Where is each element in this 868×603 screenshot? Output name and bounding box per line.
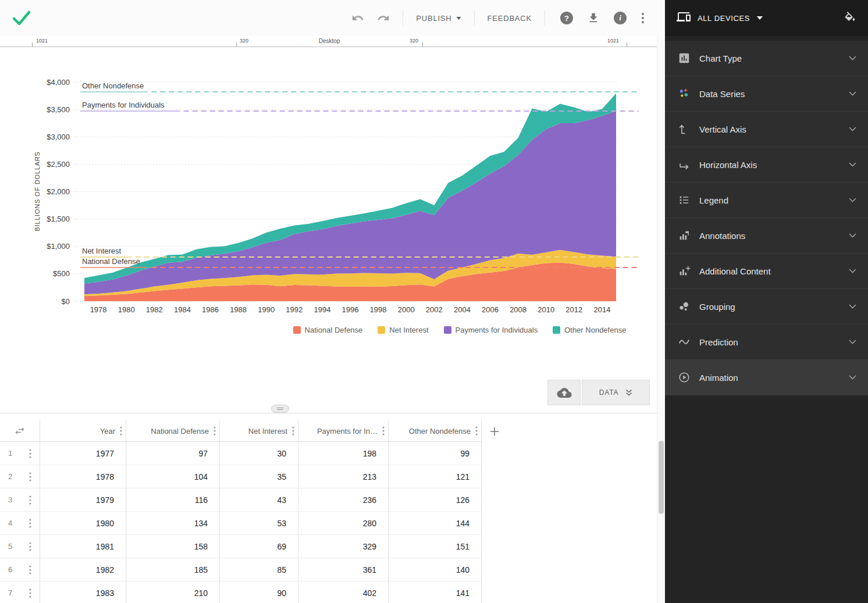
table-cell[interactable]: 402 (298, 581, 389, 603)
table-cell[interactable]: 158 (126, 535, 220, 558)
table-cell[interactable]: 185 (126, 558, 220, 581)
expand-section-button[interactable] (849, 269, 856, 273)
table-cell[interactable]: 121 (389, 465, 482, 488)
scrollbar-thumb[interactable] (659, 441, 664, 514)
table-cell[interactable]: 1981 (40, 535, 126, 558)
sidebar-item-horizontal-axis[interactable]: Horizontal Axis (665, 147, 868, 183)
download-icon[interactable] (587, 12, 600, 24)
device-selector[interactable]: ALL DEVICES (677, 12, 763, 24)
expand-section-button[interactable] (849, 91, 856, 96)
table-cell[interactable]: 1982 (40, 558, 126, 581)
sidebar-item-grouping[interactable]: Grouping (665, 289, 868, 324)
table-cell[interactable]: 134 (126, 512, 220, 535)
redo-icon[interactable] (377, 12, 390, 24)
upload-data-button[interactable] (547, 380, 581, 405)
more-options-icon[interactable] (642, 13, 644, 23)
expand-section-button[interactable] (849, 340, 856, 344)
legend-item-national-defense[interactable]: National Defense (293, 326, 363, 334)
add-column-button[interactable] (482, 420, 507, 442)
row-menu-button[interactable] (20, 512, 40, 535)
row-menu-button[interactable] (20, 465, 40, 488)
help-icon[interactable]: ? (560, 12, 573, 24)
info-icon[interactable]: i (614, 12, 627, 24)
table-cell[interactable]: 30 (220, 442, 298, 465)
column-menu-icon[interactable] (214, 426, 216, 436)
theme-fill-button[interactable] (844, 12, 856, 24)
table-cell[interactable]: 104 (126, 465, 220, 488)
table-cell[interactable]: 329 (298, 535, 389, 558)
column-header-national-defense[interactable]: National Defense (126, 420, 220, 442)
sidebar-item-chart-type[interactable]: Chart Type (665, 41, 868, 76)
panel-resize-handle[interactable] (271, 405, 289, 413)
table-cell[interactable]: 361 (298, 558, 389, 581)
column-menu-icon[interactable] (120, 426, 122, 436)
column-header-net-interest[interactable]: Net Interest (220, 420, 298, 442)
column-header-other-nondefense[interactable]: Other Nondefense (389, 420, 482, 442)
row-menu-button[interactable] (20, 581, 40, 603)
table-cell[interactable]: 198 (298, 442, 389, 465)
data-panel-toggle-button[interactable]: DATA (582, 380, 650, 405)
table-cell[interactable]: 1980 (40, 512, 126, 535)
table-cell[interactable]: 1978 (40, 465, 126, 488)
sidebar-item-additional-content[interactable]: Additional Content (665, 254, 868, 289)
expand-section-button[interactable] (849, 233, 856, 238)
table-cell[interactable]: 69 (220, 535, 298, 558)
column-menu-icon[interactable] (382, 426, 385, 436)
expand-section-button[interactable] (849, 56, 856, 60)
sidebar-item-data-series[interactable]: Data Series (665, 76, 868, 112)
column-menu-icon[interactable] (475, 426, 478, 436)
table-cell[interactable]: 85 (220, 558, 298, 581)
sidebar-item-prediction[interactable]: Prediction (665, 324, 868, 360)
column-header-year[interactable]: Year (40, 420, 126, 442)
table-cell[interactable]: 140 (389, 558, 482, 581)
sidebar-item-legend[interactable]: Legend (665, 183, 868, 218)
sidebar-item-animation[interactable]: Animation (665, 360, 868, 395)
table-cell[interactable]: 99 (389, 442, 482, 465)
feedback-button[interactable]: FEEDBACK (488, 14, 532, 23)
expand-section-button[interactable] (849, 162, 856, 167)
ruler-tick (627, 42, 627, 47)
table-cell[interactable]: 236 (298, 488, 389, 512)
vertical-axis-icon (677, 122, 691, 136)
table-cell[interactable]: 116 (126, 488, 220, 512)
expand-section-button[interactable] (849, 127, 856, 131)
column-header-payments[interactable]: Payments for In… (298, 420, 389, 442)
row-menu-button[interactable] (20, 442, 40, 465)
table-cell[interactable]: 141 (389, 581, 482, 603)
table-cell[interactable]: 213 (298, 465, 389, 488)
sidebar-item-annotations[interactable]: Annotations (665, 218, 868, 254)
table-cell[interactable]: 210 (126, 581, 220, 603)
table-cell[interactable]: 53 (220, 512, 298, 535)
device-selector-label: ALL DEVICES (698, 14, 750, 23)
row-menu-button[interactable] (20, 488, 40, 512)
expand-section-button[interactable] (849, 304, 856, 309)
table-cell[interactable]: 280 (298, 512, 389, 535)
table-cell[interactable]: 151 (389, 535, 482, 558)
column-menu-icon[interactable] (292, 426, 294, 436)
legend-item-net-interest[interactable]: Net Interest (378, 326, 428, 334)
x-tick-label: 1982 (146, 305, 163, 314)
transpose-button[interactable] (0, 420, 40, 442)
row-menu-button[interactable] (20, 535, 40, 558)
table-cell[interactable]: 1979 (40, 488, 126, 512)
expand-section-button[interactable] (849, 375, 856, 380)
row-menu-button[interactable] (20, 558, 40, 581)
app-logo[interactable] (12, 8, 31, 28)
table-cell[interactable]: 35 (220, 465, 298, 488)
legend-item-payments-for-individuals[interactable]: Payments for Individuals (444, 326, 538, 334)
table-cell[interactable]: 97 (126, 442, 220, 465)
table-cell[interactable]: 144 (389, 512, 482, 535)
table-cell[interactable]: 126 (389, 488, 482, 512)
table-cell[interactable]: 90 (220, 581, 298, 603)
table-cell[interactable]: 43 (220, 488, 298, 512)
table-cell[interactable]: 1983 (40, 581, 126, 603)
vertical-scrollbar[interactable] (657, 36, 665, 603)
expand-section-button[interactable] (849, 198, 856, 202)
table-cell[interactable]: 1977 (40, 442, 126, 465)
undo-icon[interactable] (351, 12, 364, 24)
legend-icon (677, 193, 691, 207)
annotation-label: Other Nondefense (82, 81, 144, 90)
publish-button[interactable]: PUBLISH (416, 14, 461, 23)
legend-item-other-nondefense[interactable]: Other Nondefense (553, 326, 626, 334)
sidebar-item-vertical-axis[interactable]: Vertical Axis (665, 112, 868, 147)
